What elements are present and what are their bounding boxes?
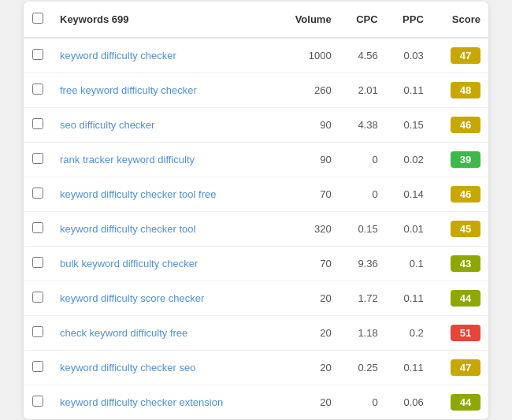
row-keyword: keyword difficulty score checker bbox=[52, 281, 275, 315]
header-volume: Volume bbox=[275, 2, 339, 38]
row-volume: 20 bbox=[275, 350, 339, 385]
row-checkbox-cell bbox=[24, 72, 52, 107]
table-row: free keyword difficulty checker 260 2.01… bbox=[24, 72, 488, 107]
row-checkbox[interactable] bbox=[32, 118, 43, 129]
row-score: 51 bbox=[432, 315, 488, 350]
row-checkbox-cell bbox=[24, 281, 52, 315]
row-checkbox[interactable] bbox=[32, 326, 43, 337]
keyword-link[interactable]: keyword difficulty score checker bbox=[60, 292, 204, 304]
score-badge: 51 bbox=[451, 325, 480, 341]
row-ppc: 0.01 bbox=[386, 211, 432, 246]
keyword-link[interactable]: free keyword difficulty checker bbox=[60, 84, 197, 96]
row-volume: 70 bbox=[275, 246, 339, 281]
header-cpc: CPC bbox=[339, 2, 386, 38]
row-checkbox-cell bbox=[24, 38, 52, 73]
row-score: 46 bbox=[432, 107, 488, 142]
header-keywords: Keywords 699 bbox=[52, 2, 275, 38]
row-ppc: 0.14 bbox=[386, 177, 432, 211]
score-badge: 47 bbox=[451, 359, 480, 376]
row-ppc: 0.03 bbox=[386, 38, 432, 73]
row-volume: 20 bbox=[275, 385, 339, 419]
row-score: 44 bbox=[432, 385, 488, 419]
row-checkbox[interactable] bbox=[32, 361, 43, 372]
row-score: 47 bbox=[432, 350, 488, 385]
select-all-checkbox[interactable] bbox=[32, 13, 43, 24]
row-checkbox[interactable] bbox=[32, 257, 43, 268]
score-badge: 44 bbox=[451, 394, 480, 411]
row-cpc: 0 bbox=[339, 142, 386, 177]
row-checkbox-cell bbox=[24, 315, 52, 350]
row-keyword: seo difficulty checker bbox=[52, 107, 275, 142]
row-cpc: 2.01 bbox=[339, 72, 386, 107]
row-keyword: keyword difficulty checker seo bbox=[52, 350, 275, 385]
keyword-link[interactable]: check keyword difficulty free bbox=[60, 327, 187, 339]
header-score: Score bbox=[432, 2, 488, 38]
row-keyword: keyword difficulty checker tool free bbox=[52, 177, 275, 211]
keyword-link[interactable]: keyword difficulty checker tool free bbox=[60, 188, 216, 200]
row-cpc: 4.56 bbox=[339, 38, 386, 73]
score-badge: 43 bbox=[451, 255, 480, 272]
row-ppc: 0.06 bbox=[386, 385, 432, 419]
row-keyword: keyword difficulty checker extension bbox=[52, 385, 275, 419]
row-ppc: 0.11 bbox=[386, 281, 432, 315]
table-row: keyword difficulty checker seo 20 0.25 0… bbox=[24, 350, 488, 385]
row-volume: 260 bbox=[275, 72, 339, 107]
row-cpc: 0 bbox=[339, 177, 386, 211]
row-checkbox[interactable] bbox=[32, 153, 43, 164]
row-keyword: bulk keyword difficulty checker bbox=[52, 246, 275, 281]
row-score: 45 bbox=[432, 211, 488, 246]
row-volume: 1000 bbox=[275, 38, 339, 73]
keyword-link[interactable]: keyword difficulty checker tool bbox=[60, 223, 195, 235]
row-volume: 70 bbox=[275, 177, 339, 211]
row-cpc: 0.25 bbox=[339, 350, 386, 385]
row-checkbox[interactable] bbox=[32, 396, 43, 407]
table-row: keyword difficulty checker 1000 4.56 0.0… bbox=[24, 38, 488, 73]
keyword-link[interactable]: keyword difficulty checker extension bbox=[60, 396, 223, 408]
row-cpc: 1.72 bbox=[339, 281, 386, 315]
score-badge: 45 bbox=[451, 221, 480, 237]
table-row: keyword difficulty score checker 20 1.72… bbox=[24, 281, 488, 315]
row-checkbox[interactable] bbox=[32, 49, 43, 60]
row-ppc: 0.2 bbox=[386, 315, 432, 350]
score-badge: 47 bbox=[451, 47, 480, 64]
row-keyword: check keyword difficulty free bbox=[52, 315, 275, 350]
row-score: 44 bbox=[432, 281, 488, 315]
row-cpc: 0.15 bbox=[339, 211, 386, 246]
row-checkbox-cell bbox=[24, 246, 52, 281]
keyword-link[interactable]: keyword difficulty checker bbox=[60, 50, 176, 61]
score-badge: 46 bbox=[451, 186, 480, 203]
row-keyword: free keyword difficulty checker bbox=[52, 72, 275, 107]
row-checkbox[interactable] bbox=[32, 292, 43, 303]
row-volume: 20 bbox=[275, 315, 339, 350]
row-checkbox[interactable] bbox=[32, 222, 43, 233]
row-score: 43 bbox=[432, 246, 488, 281]
row-checkbox[interactable] bbox=[32, 188, 43, 199]
keyword-link[interactable]: rank tracker keyword difficulty bbox=[60, 154, 195, 165]
keywords-table: Keywords 699 Volume CPC PPC Score keywor… bbox=[24, 2, 488, 419]
score-badge: 46 bbox=[451, 117, 480, 133]
row-score: 39 bbox=[432, 142, 488, 177]
row-score: 47 bbox=[432, 38, 488, 73]
row-ppc: 0.11 bbox=[386, 72, 432, 107]
row-checkbox-cell bbox=[24, 350, 52, 385]
keyword-link[interactable]: seo difficulty checker bbox=[60, 119, 154, 131]
row-checkbox-cell bbox=[24, 385, 52, 419]
row-checkbox-cell bbox=[24, 177, 52, 211]
row-cpc: 9.36 bbox=[339, 246, 386, 281]
row-volume: 90 bbox=[275, 107, 339, 142]
row-score: 46 bbox=[432, 177, 488, 211]
keyword-link[interactable]: bulk keyword difficulty checker bbox=[60, 258, 198, 269]
score-badge: 39 bbox=[451, 151, 480, 168]
score-badge: 44 bbox=[451, 290, 480, 307]
keyword-link[interactable]: keyword difficulty checker seo bbox=[60, 362, 195, 374]
row-checkbox-cell bbox=[24, 142, 52, 177]
row-keyword: rank tracker keyword difficulty bbox=[52, 142, 275, 177]
row-cpc: 0 bbox=[339, 385, 386, 419]
row-volume: 20 bbox=[275, 281, 339, 315]
row-checkbox[interactable] bbox=[32, 84, 43, 95]
row-cpc: 1.18 bbox=[339, 315, 386, 350]
table-row: keyword difficulty checker tool free 70 … bbox=[24, 177, 488, 211]
table-row: check keyword difficulty free 20 1.18 0.… bbox=[24, 315, 488, 350]
row-volume: 90 bbox=[275, 142, 339, 177]
header-checkbox-cell bbox=[24, 2, 52, 38]
